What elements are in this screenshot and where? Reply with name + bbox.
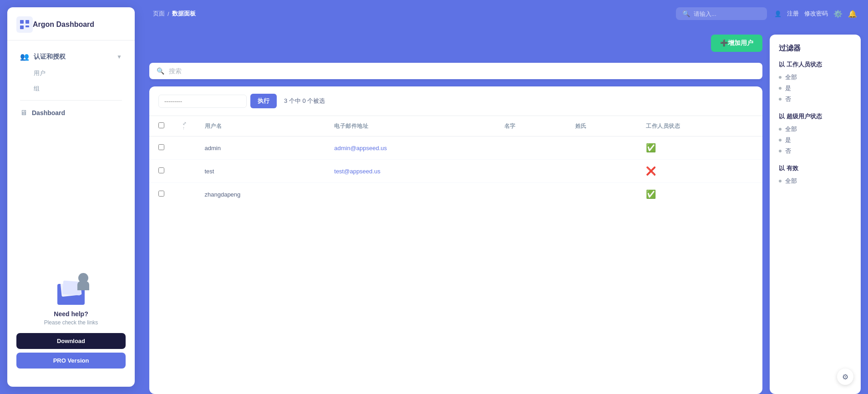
status-active-icon: ✅ — [646, 190, 656, 199]
row-firstname — [495, 183, 566, 206]
bell-icon[interactable]: 🔔 — [848, 10, 857, 18]
row-staff-status: ✅ — [637, 183, 762, 206]
breadcrumb: 页面 / 数据面板 — [153, 10, 196, 18]
header-email: 电子邮件地址 — [325, 116, 495, 136]
action-input[interactable] — [158, 95, 247, 108]
change-password-link[interactable]: 修改密码 — [804, 10, 828, 18]
row-firstname — [495, 160, 566, 183]
svg-rect-4 — [25, 25, 29, 27]
header: 页面 / 数据面板 🔍 👤 注册 修改密码 ⚙️ 🔔 — [142, 0, 868, 27]
settings-float-button[interactable]: ⚙ — [837, 369, 853, 385]
sidebar: Argon Dashboard 👥 认证和授权 ▼ 用户 组 🖥 Dashboa… — [7, 7, 135, 387]
header-lastname: 姓氏 — [566, 116, 637, 136]
settings-icon[interactable]: ⚙️ — [833, 10, 843, 18]
sidebar-divider — [20, 100, 122, 101]
filter-dot — [779, 139, 782, 141]
sidebar-auth-label: 认证和授权 — [34, 53, 117, 61]
row-email: admin@appseed.us — [325, 136, 495, 160]
sidebar-item-users[interactable]: 用户 — [13, 66, 129, 81]
users-icon: 👥 — [20, 52, 29, 61]
groups-label: 组 — [34, 85, 40, 92]
register-link[interactable]: 注册 — [787, 10, 799, 18]
help-subtitle: Please check the links — [16, 319, 126, 326]
filter-label: 是 — [785, 84, 791, 92]
row-staff-status: ✅ — [637, 136, 762, 160]
help-title: Need help? — [16, 310, 126, 318]
add-user-button[interactable]: ➕增加用户 — [711, 35, 762, 52]
filter-active-all[interactable]: 全部 — [779, 177, 852, 185]
filter-staff-yes[interactable]: 是 — [779, 84, 852, 92]
sidebar-item-auth[interactable]: 👥 认证和授权 ▼ — [13, 48, 129, 66]
table-toolbar: 执行 3 个中 0 个被选 — [149, 86, 762, 116]
users-label: 用户 — [34, 70, 46, 76]
filter-superuser-all[interactable]: 全部 — [779, 125, 852, 133]
row-username[interactable]: zhangdapeng — [196, 183, 325, 206]
settings-float-icon: ⚙ — [842, 373, 848, 381]
row-lastname — [566, 160, 637, 183]
breadcrumb-current: 数据面板 — [172, 10, 196, 18]
logo-icon — [16, 16, 33, 33]
filter-group-staff: 以 工作人员状态 全部 是 否 — [779, 61, 852, 103]
user-icon: 👤 — [774, 10, 782, 17]
filter-superuser-no[interactable]: 否 — [779, 147, 852, 155]
table-row: zhangdapeng ✅ — [149, 183, 762, 206]
sidebar-logo-text: Argon Dashboard — [33, 20, 94, 29]
svg-rect-0 — [16, 16, 33, 33]
table-row: test test@appseed.us ❌ — [149, 160, 762, 183]
row-sort — [173, 183, 196, 206]
header-right: 🔍 👤 注册 修改密码 ⚙️ 🔔 — [676, 7, 857, 20]
sidebar-nav: 👥 认证和授权 ▼ 用户 组 🖥 Dashboard — [7, 48, 135, 121]
sidebar-item-groups[interactable]: 组 — [13, 81, 129, 96]
status-active-icon: ✅ — [646, 143, 656, 152]
select-all-checkbox[interactable] — [158, 122, 164, 128]
row-checkbox-input[interactable] — [158, 167, 164, 173]
filter-superuser-yes[interactable]: 是 — [779, 136, 852, 144]
filter-panel: 过滤器 以 工作人员状态 全部 是 否 以 超级用户状态 — [770, 35, 861, 394]
filter-staff-all[interactable]: 全部 — [779, 73, 852, 81]
row-staff-status: ❌ — [637, 160, 762, 183]
filter-group-active: 以 有效 全部 — [779, 164, 852, 185]
row-checkbox-input[interactable] — [158, 144, 164, 150]
search-bar: 🔍 — [149, 63, 762, 79]
filter-dot — [779, 87, 782, 90]
row-checkbox — [149, 160, 173, 183]
filter-label: 全部 — [785, 73, 797, 81]
selection-info: 3 个中 0 个被选 — [284, 97, 325, 105]
breadcrumb-separator: / — [168, 10, 169, 17]
row-email: test@appseed.us — [325, 160, 495, 183]
row-email — [325, 183, 495, 206]
download-button[interactable]: Download — [16, 333, 126, 349]
dashboard-label: Dashboard — [32, 109, 122, 116]
header-search-icon: 🔍 — [682, 10, 690, 17]
row-checkbox — [149, 136, 173, 160]
filter-dot — [779, 180, 782, 182]
sidebar-logo: Argon Dashboard — [7, 16, 135, 40]
pro-version-button[interactable]: PRO Version — [16, 353, 126, 369]
help-illustration — [53, 273, 89, 305]
sidebar-item-dashboard[interactable]: 🖥 Dashboard — [13, 104, 129, 121]
table-card: 执行 3 个中 0 个被选 ⤢ ↑ — [149, 86, 762, 394]
filter-label: 是 — [785, 136, 791, 144]
execute-button[interactable]: 执行 — [250, 94, 277, 108]
header-search-bar[interactable]: 🔍 — [676, 7, 767, 20]
chevron-down-icon: ▼ — [117, 54, 122, 60]
row-checkbox-input[interactable] — [158, 191, 164, 197]
row-username[interactable]: test — [196, 160, 325, 183]
filter-staff-no[interactable]: 否 — [779, 95, 852, 103]
sort-icons[interactable]: ⤢ ↑ — [183, 121, 187, 131]
row-username[interactable]: admin — [196, 136, 325, 160]
row-checkbox — [149, 183, 173, 206]
search-input[interactable] — [169, 67, 755, 75]
search-bar-icon: 🔍 — [157, 67, 164, 75]
status-inactive-icon: ❌ — [646, 167, 656, 176]
main-area: 页面 / 数据面板 🔍 👤 注册 修改密码 ⚙️ 🔔 ➕增加用户 — [142, 0, 868, 394]
breadcrumb-home[interactable]: 页面 — [153, 10, 165, 18]
filter-group-superuser: 以 超级用户状态 全部 是 否 — [779, 112, 852, 155]
filter-dot — [779, 128, 782, 131]
row-lastname — [566, 183, 637, 206]
header-search-input[interactable] — [694, 10, 761, 17]
filter-label: 否 — [785, 95, 791, 103]
table-row: admin admin@appseed.us ✅ — [149, 136, 762, 160]
sidebar-help: Need help? Please check the links Downlo… — [7, 264, 135, 378]
filter-label: 全部 — [785, 125, 797, 133]
